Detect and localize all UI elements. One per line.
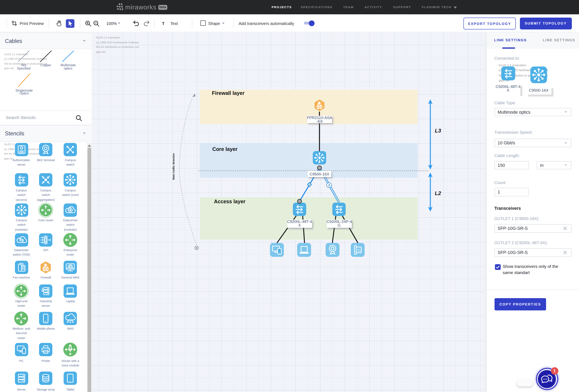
svg-text:2: 2: [328, 183, 330, 187]
